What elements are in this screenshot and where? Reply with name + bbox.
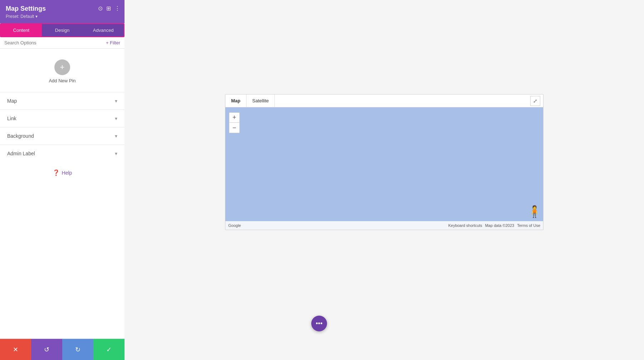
accordion-admin-label: Admin Label ▾ (0, 145, 125, 162)
map-container: Map Satellite ⤢ + − 🧍 Google Keyboard sh… (225, 94, 543, 230)
accordion-link-label: Link (7, 116, 16, 121)
accordion-admin-label-label: Admin Label (7, 151, 35, 156)
reset-button[interactable]: ↺ (31, 339, 62, 360)
map-fullscreen-button[interactable]: ⤢ (530, 96, 540, 106)
map-tab-map[interactable]: Map (225, 94, 247, 107)
search-input[interactable] (4, 40, 103, 45)
add-pin-button[interactable]: + (54, 59, 70, 75)
street-view-icon: 🧍 (527, 205, 542, 218)
bottom-toolbar: ✕ ↺ ↻ ✓ (0, 339, 125, 360)
accordion-map-label: Map (7, 98, 17, 104)
header-icons: ⊙ ⊞ ⋮ (98, 5, 120, 12)
layout-icon[interactable]: ⊞ (106, 5, 111, 12)
tab-design[interactable]: Design (42, 24, 83, 37)
map-bottom-right: Keyboard shortcuts Map data ©2023 Terms … (448, 223, 540, 228)
tab-advanced[interactable]: Advanced (83, 24, 124, 37)
save-button[interactable]: ✓ (93, 339, 125, 360)
terms-of-use-link[interactable]: Terms of Use (517, 223, 540, 228)
accordion-background-label: Background (7, 133, 34, 139)
help-section[interactable]: ❓ Help (0, 162, 125, 183)
accordion-background-header[interactable]: Background ▾ (0, 127, 125, 145)
chevron-down-icon: ▾ (115, 133, 117, 139)
accordion-link: Link ▾ (0, 110, 125, 127)
redo-button[interactable]: ↻ (62, 339, 93, 360)
accordion-admin-label-header[interactable]: Admin Label ▾ (0, 145, 125, 162)
sidebar-preset[interactable]: Preset: Default ▾ (6, 14, 119, 19)
sidebar: Map Settings Preset: Default ▾ ⊙ ⊞ ⋮ Con… (0, 0, 125, 360)
filter-button[interactable]: + Filter (106, 40, 120, 45)
map-bottom-bar: Google Keyboard shortcuts Map data ©2023… (225, 221, 543, 230)
map-data-label: Map data ©2023 (485, 223, 514, 228)
map-zoom-controls: + − (229, 112, 240, 133)
preset-label: Preset: Default (6, 14, 34, 19)
street-view-button[interactable]: 🧍 (527, 205, 540, 219)
search-bar: + Filter (0, 37, 125, 49)
accordion-map: Map ▾ (0, 92, 125, 110)
fab-icon: ••• (316, 320, 323, 327)
add-pin-section: + Add New Pin (0, 52, 125, 92)
sidebar-header: Map Settings Preset: Default ▾ ⊙ ⊞ ⋮ (0, 0, 125, 23)
map-top-bar: Map Satellite ⤢ (225, 94, 543, 107)
zoom-out-button[interactable]: − (229, 123, 239, 133)
tabs-bar: Content Design Advanced (0, 23, 125, 37)
add-pin-label: Add New Pin (49, 78, 75, 83)
google-logo: Google (228, 223, 241, 228)
more-icon[interactable]: ⋮ (114, 5, 120, 12)
chevron-down-icon: ▾ (115, 116, 117, 121)
preset-arrow-icon: ▾ (35, 14, 38, 19)
help-icon: ❓ (53, 169, 60, 176)
accordion-background: Background ▾ (0, 127, 125, 145)
keyboard-shortcuts-link[interactable]: Keyboard shortcuts (448, 223, 482, 228)
focus-icon[interactable]: ⊙ (98, 5, 103, 12)
accordion-link-header[interactable]: Link ▾ (0, 110, 125, 127)
main-content: Map Satellite ⤢ + − 🧍 Google Keyboard sh… (125, 0, 644, 360)
chevron-down-icon: ▾ (115, 98, 117, 104)
tab-content[interactable]: Content (1, 24, 42, 37)
zoom-in-button[interactable]: + (229, 113, 239, 123)
cancel-button[interactable]: ✕ (0, 339, 31, 360)
fab-button[interactable]: ••• (311, 316, 327, 331)
map-tab-satellite[interactable]: Satellite (247, 94, 275, 107)
help-label: Help (62, 170, 72, 176)
sidebar-content: + Add New Pin Map ▾ Link ▾ Background ▾ (0, 49, 125, 339)
accordion-map-header[interactable]: Map ▾ (0, 92, 125, 110)
chevron-down-icon: ▾ (115, 151, 117, 156)
